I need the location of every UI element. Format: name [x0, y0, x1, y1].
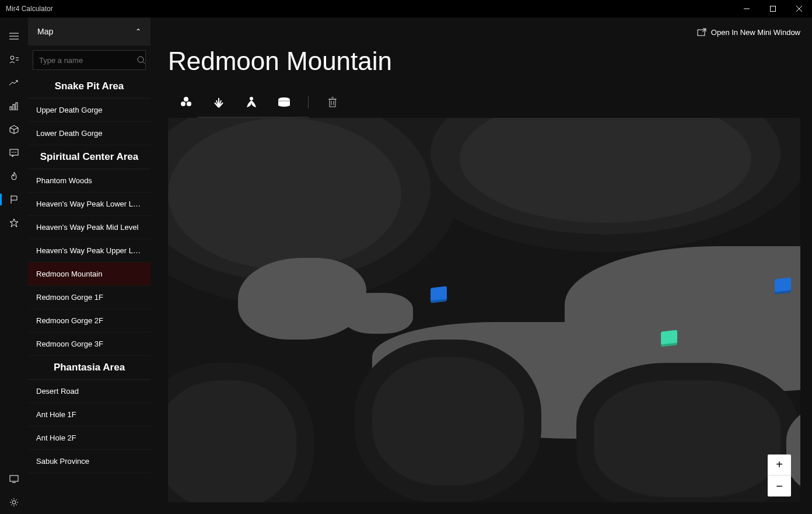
filter-herb-icon[interactable]	[210, 93, 228, 111]
nav-people-icon[interactable]	[0, 48, 28, 71]
svg-rect-12	[16, 103, 18, 110]
new-window-icon	[697, 28, 706, 36]
svg-line-22	[143, 62, 145, 64]
filter-bar	[168, 93, 800, 111]
svg-point-28	[250, 97, 253, 100]
map-marker-blue[interactable]	[430, 286, 447, 301]
app-title: Mir4 Calculator	[6, 5, 53, 13]
open-mini-label: Open In New Mini Window	[711, 28, 800, 37]
map-item[interactable]: Lower Death Gorge	[28, 122, 150, 145]
map-canvas[interactable]	[168, 118, 800, 502]
filter-delete-icon[interactable]	[324, 93, 341, 111]
filter-separator	[308, 96, 309, 109]
zoom-control: + −	[768, 454, 791, 496]
nav-trend-icon[interactable]	[0, 71, 28, 95]
svg-point-26	[181, 102, 186, 106]
zoom-out-button[interactable]: −	[768, 475, 791, 496]
nav-flag-icon[interactable]	[0, 188, 28, 211]
zoom-in-button[interactable]: +	[768, 454, 791, 475]
nav-cube-icon[interactable]	[0, 118, 28, 141]
filter-meditate-icon[interactable]	[243, 93, 260, 111]
map-marker-teal[interactable]	[661, 330, 677, 345]
area-header: Snake Pit Area	[28, 75, 150, 99]
main-content: Open In New Mini Window Redmoon Mountain	[150, 18, 812, 514]
svg-rect-10	[10, 107, 12, 110]
svg-point-20	[12, 501, 16, 504]
svg-rect-30	[330, 99, 335, 107]
map-item[interactable]: Phantom Woods	[28, 169, 150, 193]
svg-rect-11	[13, 104, 15, 110]
nav-rail	[0, 18, 28, 514]
chevron-up-icon: ⌃	[135, 27, 141, 36]
svg-point-21	[138, 57, 144, 62]
svg-rect-1	[770, 6, 775, 12]
nav-settings-icon[interactable]	[0, 491, 28, 514]
map-item[interactable]: Desert Road	[28, 380, 150, 403]
map-marker-blue[interactable]	[775, 278, 791, 292]
map-item[interactable]: Ant Hole 2F	[28, 426, 150, 450]
hamburger-button[interactable]	[0, 25, 28, 48]
svg-line-24	[702, 29, 706, 32]
maximize-button[interactable]	[760, 0, 786, 18]
map-item[interactable]: Heaven's Way Peak Upper Le...	[28, 239, 150, 263]
sidebar: Map ⌃ Snake Pit AreaUpper Death GorgeLow…	[28, 18, 150, 514]
nav-bars-icon[interactable]	[0, 95, 28, 118]
area-header: Phantasia Area	[28, 356, 150, 380]
nav-star-icon[interactable]	[0, 211, 28, 235]
close-button[interactable]	[786, 0, 812, 18]
filter-chest-icon[interactable]	[275, 93, 293, 111]
map-item[interactable]: Upper Death Gorge	[28, 99, 150, 122]
svg-point-15	[13, 152, 15, 153]
minimize-button[interactable]	[733, 0, 760, 18]
svg-point-25	[184, 97, 188, 102]
map-item[interactable]: Heaven's Way Peak Mid Level	[28, 216, 150, 239]
sidebar-title: Map	[37, 27, 53, 36]
svg-point-16	[15, 152, 16, 153]
search-icon	[137, 56, 145, 64]
search-box[interactable]	[33, 50, 146, 70]
map-item[interactable]: Ant Hole 1F	[28, 403, 150, 426]
svg-point-27	[187, 102, 191, 106]
map-item[interactable]: Sabuk Province	[28, 450, 150, 473]
map-item[interactable]: Redmoon Gorge 1F	[28, 286, 150, 309]
svg-point-14	[12, 152, 13, 153]
map-item[interactable]: Redmoon Mountain	[28, 263, 150, 286]
page-title: Redmoon Mountain	[168, 47, 800, 76]
nav-screen-icon[interactable]	[0, 467, 28, 491]
area-header: Spiritual Center Area	[28, 145, 150, 169]
map-item[interactable]: Heaven's Way Peak Lower Le...	[28, 193, 150, 216]
nav-flame-icon[interactable]	[0, 165, 28, 188]
search-input[interactable]	[39, 56, 137, 65]
map-item[interactable]: Redmoon Gorge 2F	[28, 309, 150, 333]
sidebar-header[interactable]: Map ⌃	[28, 18, 150, 46]
open-mini-window-button[interactable]: Open In New Mini Window	[697, 28, 800, 37]
svg-rect-18	[10, 475, 18, 481]
nav-chat-icon[interactable]	[0, 141, 28, 165]
map-item[interactable]: Redmoon Gorge 3F	[28, 333, 150, 356]
filter-ore-icon[interactable]	[177, 93, 195, 111]
svg-point-7	[10, 56, 14, 60]
